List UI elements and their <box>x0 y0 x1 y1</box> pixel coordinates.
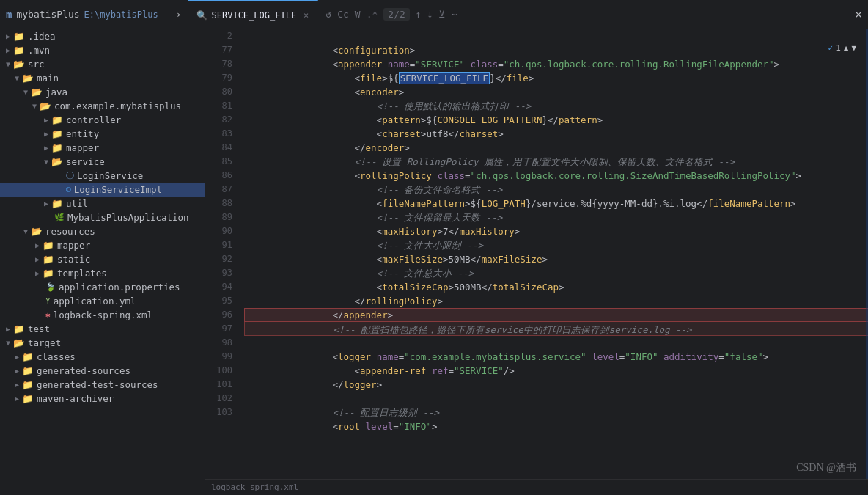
line-number: 93 <box>205 266 232 280</box>
folder-icon: 📁 <box>51 198 63 209</box>
refresh-button[interactable]: ↺ <box>326 9 331 20</box>
sidebar-item-test[interactable]: ▶ 📁 test <box>0 322 205 336</box>
sidebar-item-idea[interactable]: ▶ 📁 .idea <box>0 29 205 43</box>
sidebar-item-logback-xml[interactable]: ✱ logback-spring.xml <box>0 308 205 322</box>
chevron-right-icon: ▶ <box>12 353 22 361</box>
top-bar: m mybatisPlus E:\mybatisPlus › 🔍 SERVICE… <box>0 0 868 29</box>
regex-button[interactable]: .* <box>367 9 378 20</box>
sidebar-item-app-properties[interactable]: 🍃 application.properties <box>0 280 205 294</box>
code-scroll[interactable]: 2 77 78 79 80 81 82 83 84 85 86 87 88 89… <box>205 29 868 479</box>
line-number: 85 <box>205 155 232 169</box>
spring-icon: 🍃 <box>45 282 56 292</box>
line-number: 103 <box>205 406 232 419</box>
file-tree: ▶ 📁 .idea ▶ 📁 .mvn ▼ 📂 src ▼ 📂 main <box>0 29 205 495</box>
whole-word-button[interactable]: W <box>355 9 361 20</box>
line-number: 78 <box>205 57 232 71</box>
line-numbers: 2 77 78 79 80 81 82 83 84 85 86 87 88 89… <box>205 29 238 419</box>
folder-icon: 📁 <box>43 254 54 265</box>
chevron-down-icon: ▼ <box>21 88 31 96</box>
line-number: 87 <box>205 183 232 197</box>
line-number: 98 <box>205 336 232 350</box>
code-table: 2 77 78 79 80 81 82 83 84 85 86 87 88 89… <box>205 29 868 419</box>
sidebar-item-main[interactable]: ▼ 📂 main <box>0 71 205 85</box>
code-content[interactable]: <configuration> <appender name="SERVICE"… <box>238 29 868 419</box>
sidebar-item-entity[interactable]: ▶ 📁 entity <box>0 127 205 141</box>
sidebar-item-package[interactable]: ▼ 📂 com.example.mybatisplus <box>0 99 205 113</box>
line-number: 89 <box>205 210 232 224</box>
sidebar-item-target[interactable]: ▼ 📂 target <box>0 336 205 350</box>
close-window-button[interactable]: × <box>855 7 862 21</box>
line-number: 79 <box>205 71 232 85</box>
folder-icon: 📁 <box>43 240 54 251</box>
next-match-button[interactable]: ↓ <box>427 9 433 20</box>
gutter-count: 1 <box>836 43 841 53</box>
line-number: 94 <box>205 280 232 294</box>
sidebar-item-generated-test-sources[interactable]: ▶ 📁 generated-test-sources <box>0 378 205 392</box>
sidebar-item-src[interactable]: ▼ 📂 src <box>0 57 205 71</box>
gutter-arrow-down[interactable]: ▼ <box>851 43 856 53</box>
chevron-down-icon: ▼ <box>3 339 13 347</box>
line-number: 83 <box>205 127 232 141</box>
sidebar-item-classes[interactable]: ▶ 📁 classes <box>0 350 205 364</box>
folder-icon: 📁 <box>43 268 54 279</box>
line-number: 102 <box>205 392 232 406</box>
sidebar-item-maven-archiver[interactable]: ▶ 📁 maven-archiver <box>0 392 205 406</box>
line-number: 77 <box>205 43 232 57</box>
project-info: m mybatisPlus E:\mybatisPlus <box>6 9 170 21</box>
line-number: 95 <box>205 294 232 308</box>
sidebar-item-mvn[interactable]: ▶ 📁 .mvn <box>0 43 205 57</box>
line-number: 91 <box>205 238 232 252</box>
line-number: 81 <box>205 99 232 113</box>
sidebar-item-static[interactable]: ▶ 📁 static <box>0 252 205 266</box>
project-name[interactable]: mybatisPlus <box>16 9 79 20</box>
more-options-button[interactable]: ⋯ <box>452 9 457 20</box>
sidebar-item-util[interactable]: ▶ 📁 util <box>0 197 205 210</box>
chevron-right-icon: ▶ <box>3 46 13 54</box>
line-number: 86 <box>205 169 232 183</box>
sidebar-item-resources[interactable]: ▼ 📂 resources <box>0 224 205 238</box>
sidebar-item-java[interactable]: ▼ 📂 java <box>0 85 205 99</box>
sidebar-item-controller[interactable]: ▶ 📁 controller <box>0 113 205 127</box>
line-number: 92 <box>205 252 232 266</box>
line-number: 82 <box>205 113 232 127</box>
line-number: 96 <box>205 308 232 322</box>
gutter-check-icon: ✓ <box>828 43 834 53</box>
sidebar-item-service[interactable]: ▼ 📂 service <box>0 155 205 169</box>
line-number: 84 <box>205 141 232 155</box>
prev-match-button[interactable]: ↑ <box>416 9 422 20</box>
line-number: 100 <box>205 364 232 378</box>
folder-open-icon: 📂 <box>31 226 43 237</box>
gutter-arrow-up[interactable]: ▲ <box>844 43 849 53</box>
chevron-right-icon: ▶ <box>12 381 22 389</box>
match-case-button[interactable]: Cc <box>337 9 349 20</box>
folder-icon: 📁 <box>51 114 63 125</box>
filter-button[interactable]: ⊻ <box>438 9 446 20</box>
class-icon: © <box>66 185 71 194</box>
folder-open-icon: 📂 <box>22 73 34 84</box>
code-line-102: <!-- 配置日志级别 --> <box>244 392 868 406</box>
tab-close-button[interactable]: × <box>304 10 309 21</box>
status-text: logback-spring.xml <box>211 483 298 492</box>
sidebar-item-application[interactable]: 🌿 MybatisPlusApplication <box>0 210 205 224</box>
yaml-icon: Y <box>45 296 51 306</box>
sidebar-item-mapper[interactable]: ▶ 📁 mapper <box>0 141 205 155</box>
editor-area: 2 77 78 79 80 81 82 83 84 85 86 87 88 89… <box>205 29 868 495</box>
folder-icon: 📁 <box>22 393 34 404</box>
folder-icon: 📁 <box>51 142 63 153</box>
sidebar-item-resources-mapper[interactable]: ▶ 📁 mapper <box>0 238 205 252</box>
folder-icon: 📁 <box>22 379 34 390</box>
tab-bar: 🔍 SERVICE_LOG_FILE × ↺ Cc W .* 2/2 ↑ ↓ ⊻… <box>188 0 850 29</box>
main-layout: ▶ 📁 .idea ▶ 📁 .mvn ▼ 📂 src ▼ 📂 main <box>0 29 868 495</box>
sidebar-item-templates[interactable]: ▶ 📁 templates <box>0 266 205 280</box>
sidebar-item-generated-sources[interactable]: ▶ 📁 generated-sources <box>0 364 205 378</box>
spring-icon: 🌿 <box>54 213 65 222</box>
sidebar-item-login-service[interactable]: Ⓘ LoginService <box>0 169 205 183</box>
line-number: 2 <box>205 29 232 43</box>
chevron-down-icon: ▼ <box>12 74 22 82</box>
folder-icon: 📁 <box>13 31 25 42</box>
xml-icon: ✱ <box>45 310 51 320</box>
active-tab[interactable]: 🔍 SERVICE_LOG_FILE × <box>188 0 319 29</box>
sidebar-item-login-service-impl[interactable]: © LoginServiceImpl <box>0 183 205 197</box>
sidebar-item-app-yml[interactable]: Y application.yml <box>0 294 205 308</box>
folder-icon: 📁 <box>22 351 34 362</box>
